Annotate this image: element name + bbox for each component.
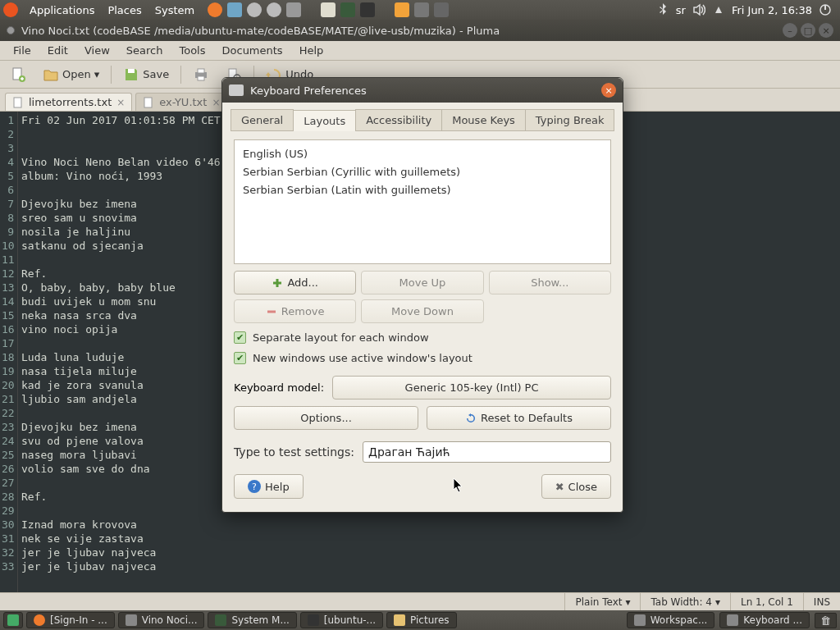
keyboard-preferences-dialog: Keyboard Preferences × General Layouts A…	[221, 77, 623, 513]
tab-limetorrents[interactable]: limetorrents.txt ×	[5, 93, 132, 111]
move-down-button[interactable]: Move Down	[361, 299, 483, 323]
system-tray: sr Fri Jun 2, 16:38	[656, 3, 837, 16]
menu-documents[interactable]: Documents	[214, 44, 291, 57]
plus-icon	[272, 277, 283, 289]
launcher-home-icon[interactable]	[227, 2, 242, 17]
menu-system[interactable]: System	[148, 4, 201, 16]
window-minimize-icon[interactable]: –	[783, 23, 797, 38]
tab-label: ex-YU.txt	[159, 96, 207, 108]
text-file-icon	[12, 97, 24, 108]
status-insert-mode[interactable]: INS	[803, 593, 840, 610]
launcher-terminal-icon[interactable]	[360, 2, 375, 17]
start-icon[interactable]	[3, 2, 18, 17]
show-desktop-button[interactable]	[3, 612, 23, 628]
clock[interactable]: Fri Jun 2, 16:38	[732, 4, 812, 16]
new-file-button[interactable]	[5, 64, 31, 85]
layout-list-item[interactable]: Serbian Serbian (Latin with guillemets)	[243, 181, 602, 199]
open-button[interactable]: Open ▾	[38, 64, 104, 85]
line-number-gutter: 1 2 3 4 5 6 7 8 9 10 11 12 13 14 15 16 1…	[0, 112, 18, 592]
tab-close-icon[interactable]: ×	[212, 97, 220, 108]
system-monitor-icon	[215, 614, 226, 626]
launcher-camera-icon[interactable]	[434, 2, 449, 17]
shutdown-icon[interactable]	[819, 3, 832, 16]
minus-icon	[266, 306, 277, 317]
status-tab-width[interactable]: Tab Width: 4▾	[640, 593, 730, 610]
tab-layouts[interactable]: Layouts	[293, 110, 356, 131]
layout-list-item[interactable]: English (US)	[243, 145, 602, 163]
separate-layout-label: Separate layout for each window	[253, 331, 429, 344]
keyboard-indicator[interactable]: sr	[676, 4, 686, 16]
checkbox-separate-layout[interactable]	[234, 331, 246, 344]
menu-search[interactable]: Search	[118, 44, 171, 57]
terminal-icon	[308, 614, 319, 626]
svg-rect-6	[198, 69, 204, 73]
bluetooth-icon[interactable]	[656, 3, 669, 16]
launcher-sysmon-icon[interactable]	[340, 2, 355, 17]
type-test-input[interactable]	[363, 441, 611, 463]
menu-applications[interactable]: Applications	[23, 4, 101, 16]
task-pluma[interactable]: Vino Noci...	[118, 612, 205, 628]
window-close-icon[interactable]: ×	[819, 23, 833, 38]
layout-list-item[interactable]: Serbian Serbian (Cyrillic with guillemet…	[243, 163, 602, 181]
keyboard-model-label: Keyboard model:	[234, 381, 324, 394]
task-terminal[interactable]: [ubuntu-...	[300, 612, 383, 628]
launcher-search-icon[interactable]	[247, 2, 262, 17]
menu-view[interactable]: View	[76, 44, 118, 57]
tab-typing-break[interactable]: Typing Break	[525, 109, 615, 130]
menu-help[interactable]: Help	[291, 44, 332, 57]
task-firefox[interactable]: [Sign-In - ...	[26, 612, 115, 628]
menu-file[interactable]: File	[5, 44, 39, 57]
menu-places[interactable]: Places	[101, 4, 148, 16]
chevron-down-icon: ▾	[715, 596, 720, 608]
tab-close-icon[interactable]: ×	[116, 97, 125, 108]
task-system-monitor[interactable]: System M...	[208, 612, 296, 628]
chevron-down-icon: ▾	[625, 596, 630, 608]
launcher-magnifier-icon[interactable]	[267, 2, 281, 17]
workspace-switcher[interactable]: Workspac...	[627, 612, 715, 628]
text-editor-icon	[126, 614, 137, 626]
trash-icon[interactable]: 🗑	[815, 613, 837, 628]
show-layout-button[interactable]: Show...	[489, 271, 611, 294]
tab-mouse-keys[interactable]: Mouse Keys	[441, 109, 526, 130]
launcher-files-icon[interactable]	[321, 2, 336, 17]
options-button[interactable]: Options...	[234, 406, 418, 430]
remove-layout-button[interactable]: Remove	[234, 299, 356, 323]
dialog-titlebar[interactable]: Keyboard Preferences ×	[222, 78, 623, 103]
type-test-label: Type to test settings:	[234, 445, 354, 459]
keyboard-icon	[727, 614, 738, 626]
add-layout-button[interactable]: Add...	[234, 271, 356, 294]
close-button[interactable]: ✖ Close	[541, 474, 611, 499]
launcher-app5-icon[interactable]	[286, 2, 301, 17]
print-button[interactable]	[188, 64, 214, 85]
layouts-list[interactable]: English (US)Serbian Serbian (Cyrillic wi…	[234, 139, 611, 264]
keyboard-model-button[interactable]: Generic 105-key (Intl) PC	[332, 376, 611, 399]
checkbox-new-windows[interactable]	[234, 352, 246, 364]
tab-general[interactable]: General	[231, 109, 294, 130]
volume-icon[interactable]	[692, 3, 705, 16]
launcher-firefox-icon[interactable]	[208, 2, 222, 17]
folder-icon	[394, 614, 405, 626]
move-up-button[interactable]: Move Up	[361, 271, 483, 294]
print-icon	[193, 66, 209, 83]
status-language[interactable]: Plain Text▾	[564, 593, 640, 610]
dialog-close-icon[interactable]: ×	[601, 83, 616, 98]
tab-accessibility[interactable]: Accessibility	[355, 109, 442, 130]
network-icon[interactable]	[712, 3, 725, 16]
tab-ex-yu[interactable]: ex-YU.txt ×	[135, 93, 227, 111]
menu-tools[interactable]: Tools	[171, 44, 213, 57]
save-button[interactable]: Save	[118, 64, 174, 85]
bottom-panel: [Sign-In - ... Vino Noci... System M... …	[0, 610, 840, 630]
folder-open-icon	[43, 66, 59, 83]
panel-launchers	[208, 2, 449, 17]
reset-defaults-button[interactable]: Reset to Defaults	[427, 406, 611, 430]
task-pictures[interactable]: Pictures	[386, 612, 457, 628]
status-cursor-pos: Ln 1, Col 1	[730, 593, 803, 610]
task-keyboard-prefs[interactable]: Keyboard ...	[719, 612, 810, 628]
firefox-icon	[34, 614, 45, 626]
help-icon: ?	[248, 480, 261, 493]
window-maximize-icon[interactable]: □	[801, 23, 815, 38]
launcher-app10-icon[interactable]	[414, 2, 429, 17]
menu-edit[interactable]: Edit	[39, 44, 76, 57]
launcher-vlc-icon[interactable]	[395, 2, 409, 17]
help-button[interactable]: ? Help	[234, 474, 304, 499]
